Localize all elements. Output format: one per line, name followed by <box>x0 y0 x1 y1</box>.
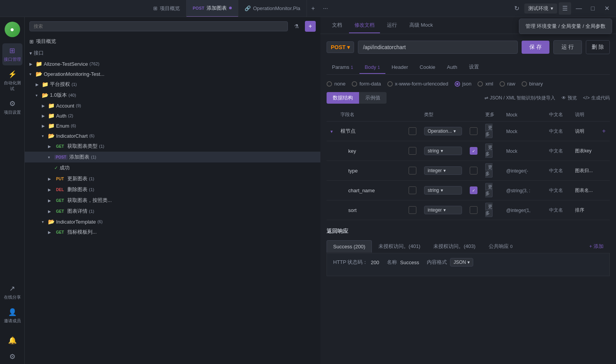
env-selector[interactable]: 测试环境 ▾ <box>524 3 557 14</box>
menu-button[interactable]: ☰ <box>559 2 571 15</box>
add-root-field-button[interactable]: + <box>602 128 606 134</box>
radio-circle-raw <box>500 81 505 87</box>
add-response-button[interactable]: + 添加 <box>583 240 610 253</box>
type-checkbox[interactable] <box>409 167 416 174</box>
root-required-checkbox[interactable] <box>470 127 477 135</box>
url-input[interactable] <box>358 41 518 54</box>
tree-item-put-update[interactable]: ▶ PUT 更新图表 (1) <box>25 173 320 184</box>
response-tab-401[interactable]: 未授权访问。(401) <box>372 239 427 253</box>
refresh-button[interactable]: ↻ <box>510 2 523 15</box>
close-button[interactable]: ✕ <box>601 2 613 15</box>
chart-name-checkbox[interactable] <box>409 186 416 194</box>
radio-raw[interactable]: raw <box>500 81 515 87</box>
preview-button[interactable]: 👁 预览 <box>561 95 577 101</box>
tab-body[interactable]: Body 1 <box>359 61 385 74</box>
sort-type-selector[interactable]: integer ▾ <box>424 206 462 214</box>
type-type-selector[interactable]: integer ▾ <box>424 166 462 175</box>
example-value-button[interactable]: 示例值 <box>359 92 387 104</box>
more-tabs-button[interactable]: ··· <box>319 2 332 15</box>
response-name-item: 名称 Success <box>387 259 419 266</box>
type-more-button[interactable]: 更多 <box>485 163 493 178</box>
tab-header[interactable]: Header <box>386 61 414 74</box>
key-required-checkbox[interactable]: ✓ <box>470 147 477 155</box>
radio-json[interactable]: json <box>455 81 472 87</box>
radio-none[interactable]: none <box>327 81 346 87</box>
expand-root-button[interactable]: ▾ <box>330 129 333 134</box>
tree-item-account[interactable]: ▶ 📁 Account (9) <box>25 101 320 111</box>
tab-operation-monitor[interactable]: 🔗 OperationMonitor.Pla <box>238 0 307 17</box>
radio-binary[interactable]: binary <box>522 81 543 87</box>
content-format-selector[interactable]: JSON ▾ <box>450 258 473 267</box>
sidebar-notify-button[interactable]: 🔔 <box>2 333 22 348</box>
tree-item-indicator-chart[interactable]: ▾ 📂 IndicatorChart (6) <box>25 131 320 141</box>
tree-item-del-chart[interactable]: ▶ DEL 删除图表 (1) <box>25 184 320 195</box>
root-checkbox[interactable] <box>409 127 416 135</box>
key-type-selector[interactable]: string ▾ <box>424 147 462 155</box>
tab-doc[interactable]: 文档 <box>327 18 347 33</box>
tree-item-v1[interactable]: ▾ 📂 1.0版本 (40) <box>25 90 320 101</box>
key-more-button[interactable]: 更多 <box>485 144 493 158</box>
radio-form-data[interactable]: form-data <box>352 81 381 87</box>
tree-item-success[interactable]: ✓ 成功 <box>25 162 320 173</box>
tree-item-indicator-template[interactable]: ▾ 📂 IndicatorTemplate (6) <box>25 217 320 227</box>
add-button[interactable]: + <box>305 21 316 32</box>
tab-auth[interactable]: Auth <box>441 61 463 74</box>
tree-item-get-chart-by-type[interactable]: ▶ GET 获取图表，按照类... <box>25 195 320 206</box>
tab-cookie[interactable]: Cookie <box>414 61 441 74</box>
tree-item-get-template-list[interactable]: ▶ GET 指标模板列... <box>25 227 320 238</box>
sort-more-button[interactable]: 更多 <box>485 203 493 217</box>
key-checkbox[interactable] <box>409 147 416 155</box>
tree-item-opmon[interactable]: ▾ 📂 OperationMonitoring-Test... <box>25 69 320 79</box>
generate-code-button[interactable]: </> 生成代码 <box>583 95 610 101</box>
method-selector[interactable]: POST ▾ <box>327 41 354 53</box>
add-tab-button[interactable]: + <box>307 2 319 15</box>
sidebar-nav-interface[interactable]: ⊞ 接口管理 <box>2 43 22 65</box>
data-structure-button[interactable]: 数据结构 <box>327 92 359 104</box>
tree-item-auth[interactable]: ▶ 📁 Auth (2) <box>25 111 320 121</box>
filter-button[interactable]: ⚗ <box>291 21 302 32</box>
tree-item-allzone[interactable]: ▶ 📁 Allzone-TestService (762) <box>25 59 320 69</box>
tree-item-get-chart-type[interactable]: ▶ GET 获取图表类型 (1) <box>25 141 320 152</box>
tree-item-enum[interactable]: ▶ 📁 Enum (6) <box>25 121 320 131</box>
tree-item-get-chart-detail[interactable]: ▶ GET 图表详情 (1) <box>25 206 320 217</box>
env-caret: ▾ <box>551 5 553 11</box>
type-required-checkbox[interactable] <box>470 167 477 174</box>
sidebar-nav-settings[interactable]: ⚙ 项目设置 <box>2 96 22 118</box>
radio-urlencoded[interactable]: x-www-form-urlencoded <box>387 81 448 87</box>
tree-item-post-add-chart[interactable]: ▾ POST 添加图表 (1) <box>25 152 320 162</box>
interface-section-header[interactable]: ▾ 接口 <box>25 47 320 59</box>
tab-post-add-chart[interactable]: POST 添加图表 <box>187 0 238 17</box>
response-tab-200[interactable]: Success (200) <box>327 240 372 253</box>
tab-advanced-mock[interactable]: 高级 Mock <box>404 18 438 33</box>
delete-button[interactable]: 删 除 <box>586 40 610 54</box>
run-button[interactable]: 运 行 <box>553 40 582 54</box>
sidebar-gear-button[interactable]: ⚙ <box>2 349 22 364</box>
sidebar-nav-invite[interactable]: 👤 邀请成员 <box>2 305 22 327</box>
root-more-button[interactable]: 更多 <box>485 124 493 138</box>
chart-name-more-button[interactable]: 更多 <box>485 183 493 197</box>
json-xml-import-button[interactable]: ⇌ JSON / XML 智能识别/快捷导入 <box>484 95 555 101</box>
tab-run[interactable]: 运行 <box>382 18 402 33</box>
tab-overview[interactable]: ⊞ 项目概览 <box>147 0 187 17</box>
sidebar-nav-automation[interactable]: ⚡ 自动化测试 <box>2 67 22 95</box>
tab-edit-doc[interactable]: 修改文档 <box>349 18 380 33</box>
radio-xml[interactable]: xml <box>477 81 493 87</box>
sidebar-nav-share[interactable]: ↗ 在线分享 <box>2 281 22 303</box>
response-tab-403[interactable]: 未授权访问。(403) <box>427 239 482 253</box>
tab-settings[interactable]: 设置 <box>464 60 484 74</box>
sort-checkbox[interactable] <box>409 206 416 214</box>
root-type-selector[interactable]: Operation... ▾ <box>424 127 462 135</box>
project-overview-item[interactable]: ⊞ 项目概览 <box>25 36 320 47</box>
maximize-button[interactable]: □ <box>587 2 599 15</box>
chart-name-required-checkbox[interactable]: ✓ <box>470 186 477 194</box>
sort-required-checkbox[interactable] <box>470 206 477 214</box>
search-input[interactable] <box>29 21 288 31</box>
minimize-button[interactable]: — <box>573 2 585 15</box>
response-tab-public[interactable]: 公共响应 0 <box>482 239 519 253</box>
chevron-icon: ▾ <box>29 50 32 56</box>
app-logo[interactable]: ● <box>5 22 20 37</box>
chart-name-type-selector[interactable]: string ▾ <box>424 186 462 195</box>
save-button[interactable]: 保 存 <box>522 41 549 54</box>
tree-item-platform[interactable]: ▶ 📁 平台授权 (1) <box>25 79 320 90</box>
tab-params[interactable]: Params 1 <box>327 61 359 74</box>
